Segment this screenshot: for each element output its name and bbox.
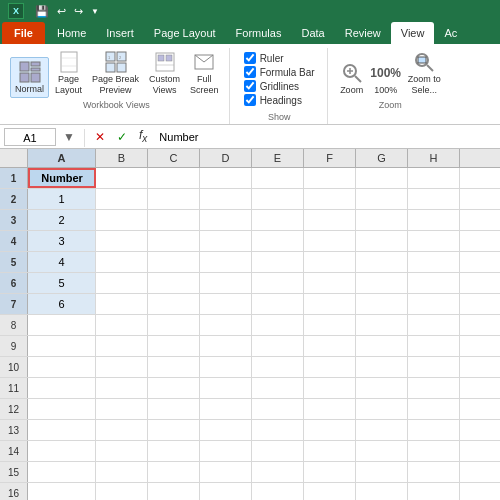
cell-H12[interactable]: [408, 399, 460, 419]
row-num-13[interactable]: 13: [0, 420, 28, 440]
cell-E5[interactable]: [252, 252, 304, 272]
full-screen-button[interactable]: FullScreen: [186, 48, 223, 98]
cell-E2[interactable]: [252, 189, 304, 209]
page-layout-button[interactable]: PageLayout: [51, 48, 86, 98]
cell-H10[interactable]: [408, 357, 460, 377]
cell-F8[interactable]: [304, 315, 356, 335]
tab-view[interactable]: View: [391, 22, 435, 44]
ruler-checkbox[interactable]: [244, 52, 256, 64]
cell-A4[interactable]: 3: [28, 231, 96, 251]
cell-E9[interactable]: [252, 336, 304, 356]
cell-F11[interactable]: [304, 378, 356, 398]
cell-C11[interactable]: [148, 378, 200, 398]
tab-review[interactable]: Review: [335, 22, 391, 44]
cell-G5[interactable]: [356, 252, 408, 272]
save-button[interactable]: 💾: [32, 4, 52, 19]
cell-F9[interactable]: [304, 336, 356, 356]
cell-H14[interactable]: [408, 441, 460, 461]
cell-H2[interactable]: [408, 189, 460, 209]
cell-B15[interactable]: [96, 462, 148, 482]
col-header-a[interactable]: A: [28, 149, 96, 167]
cell-A5[interactable]: 4: [28, 252, 96, 272]
confirm-icon[interactable]: ✓: [113, 128, 131, 146]
cell-F6[interactable]: [304, 273, 356, 293]
cell-D5[interactable]: [200, 252, 252, 272]
row-num-9[interactable]: 9: [0, 336, 28, 356]
cell-D14[interactable]: [200, 441, 252, 461]
cell-E1[interactable]: [252, 168, 304, 188]
tab-page-layout[interactable]: Page Layout: [144, 22, 226, 44]
col-header-e[interactable]: E: [252, 149, 304, 167]
cell-B9[interactable]: [96, 336, 148, 356]
cell-B11[interactable]: [96, 378, 148, 398]
cell-H15[interactable]: [408, 462, 460, 482]
cell-D8[interactable]: [200, 315, 252, 335]
cell-C9[interactable]: [148, 336, 200, 356]
cell-G16[interactable]: [356, 483, 408, 500]
cell-C3[interactable]: [148, 210, 200, 230]
cell-F12[interactable]: [304, 399, 356, 419]
qat-dropdown[interactable]: ▼: [88, 6, 102, 17]
cell-E16[interactable]: [252, 483, 304, 500]
cell-H7[interactable]: [408, 294, 460, 314]
gridlines-checkbox[interactable]: [244, 80, 256, 92]
row-num-4[interactable]: 4: [0, 231, 28, 251]
row-num-11[interactable]: 11: [0, 378, 28, 398]
cell-H6[interactable]: [408, 273, 460, 293]
cell-E3[interactable]: [252, 210, 304, 230]
cell-G9[interactable]: [356, 336, 408, 356]
tab-formulas[interactable]: Formulas: [226, 22, 292, 44]
cell-A1[interactable]: Number: [28, 168, 96, 188]
cell-B3[interactable]: [96, 210, 148, 230]
cell-H13[interactable]: [408, 420, 460, 440]
cell-A10[interactable]: [28, 357, 96, 377]
cell-D15[interactable]: [200, 462, 252, 482]
cell-A3[interactable]: 2: [28, 210, 96, 230]
cell-A14[interactable]: [28, 441, 96, 461]
undo-button[interactable]: ↩: [54, 4, 69, 19]
cell-A9[interactable]: [28, 336, 96, 356]
cell-F14[interactable]: [304, 441, 356, 461]
cell-F2[interactable]: [304, 189, 356, 209]
row-num-8[interactable]: 8: [0, 315, 28, 335]
cell-A7[interactable]: 6: [28, 294, 96, 314]
cell-E11[interactable]: [252, 378, 304, 398]
cell-D9[interactable]: [200, 336, 252, 356]
headings-checkbox[interactable]: [244, 94, 256, 106]
cell-F4[interactable]: [304, 231, 356, 251]
cell-A2[interactable]: 1: [28, 189, 96, 209]
formula-content[interactable]: Number: [155, 131, 496, 143]
tab-file[interactable]: File: [2, 22, 45, 44]
cell-D1[interactable]: [200, 168, 252, 188]
row-num-1[interactable]: 1: [0, 168, 28, 188]
cell-H3[interactable]: [408, 210, 460, 230]
cell-C16[interactable]: [148, 483, 200, 500]
cell-E7[interactable]: [252, 294, 304, 314]
cell-E4[interactable]: [252, 231, 304, 251]
cell-D13[interactable]: [200, 420, 252, 440]
cell-C8[interactable]: [148, 315, 200, 335]
cell-B2[interactable]: [96, 189, 148, 209]
cell-G1[interactable]: [356, 168, 408, 188]
cell-D7[interactable]: [200, 294, 252, 314]
cell-B10[interactable]: [96, 357, 148, 377]
redo-button[interactable]: ↪: [71, 4, 86, 19]
page-break-preview-button[interactable]: 1 2 Page BreakPreview: [88, 48, 143, 98]
cell-H16[interactable]: [408, 483, 460, 500]
tab-data[interactable]: Data: [291, 22, 334, 44]
cell-G14[interactable]: [356, 441, 408, 461]
cell-D2[interactable]: [200, 189, 252, 209]
cell-F10[interactable]: [304, 357, 356, 377]
formula-bar-checkbox[interactable]: [244, 66, 256, 78]
cell-D16[interactable]: [200, 483, 252, 500]
cell-A8[interactable]: [28, 315, 96, 335]
cell-G11[interactable]: [356, 378, 408, 398]
cell-H1[interactable]: [408, 168, 460, 188]
col-header-c[interactable]: C: [148, 149, 200, 167]
cell-D11[interactable]: [200, 378, 252, 398]
cell-C1[interactable]: [148, 168, 200, 188]
row-num-16[interactable]: 16: [0, 483, 28, 500]
cell-C12[interactable]: [148, 399, 200, 419]
cell-D10[interactable]: [200, 357, 252, 377]
cell-B1[interactable]: [96, 168, 148, 188]
